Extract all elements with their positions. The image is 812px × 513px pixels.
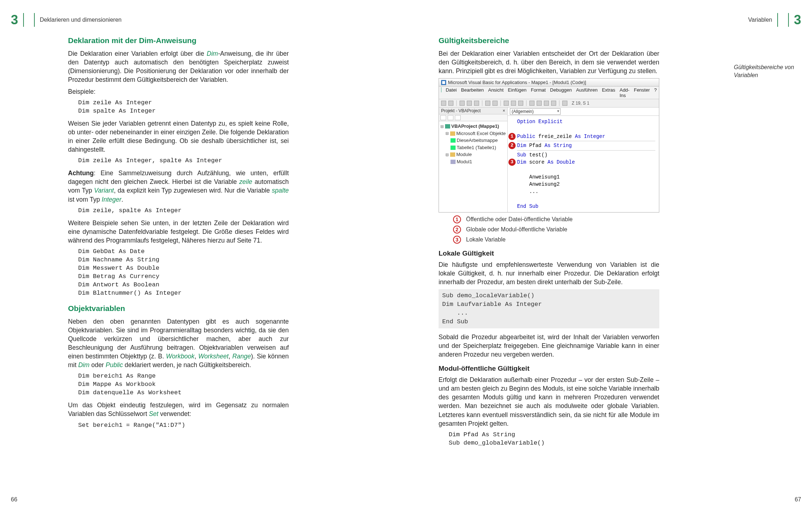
folder-icon [450,152,455,157]
toolbar-icon[interactable] [551,101,556,106]
para: Um das Objekt eindeutig festzulegen, wir… [68,401,289,418]
ide-titlebar: Microsoft Visual Basic for Applications … [439,79,659,87]
stop-icon[interactable] [518,101,523,106]
code-block: Dim zeile As Integer Dim spalte As Integ… [78,99,289,115]
header-rule [23,13,24,27]
page-number: 66 [11,496,17,503]
toolbar-separator [482,100,482,106]
legend-item: 1Öffentliche oder Datei-öffentliche Vari… [453,215,659,223]
heading-objektvariablen: Objektvariablen [68,304,289,313]
toolbar-icon[interactable] [537,101,542,106]
app-icon [441,80,446,85]
toolbar-icon[interactable] [485,101,490,106]
para: Die Deklaration einer Variablen erfolgt … [68,49,289,84]
code-block: Dim GebDat As Date Dim Nachname As Strin… [78,248,289,298]
page-number: 67 [795,496,801,503]
tree-folder[interactable]: ⊟Microsoft Excel Objekte [440,130,506,137]
svg-rect-2 [441,87,441,92]
code-object-selector[interactable]: (Allgemein) [508,108,659,116]
toggle-folders-icon[interactable] [455,115,461,120]
menu-item[interactable]: Add-Ins [619,87,629,98]
close-icon[interactable]: × [503,108,505,113]
worksheet-icon [451,146,456,150]
svg-rect-1 [442,81,445,84]
menu-item[interactable]: Datei [446,87,457,98]
project-tree[interactable]: ⊟VBAProject (Mappe1) ⊟Microsoft Excel Ob… [439,121,507,167]
object-combo[interactable]: (Allgemein) [510,108,561,115]
svg-rect-8 [451,160,456,164]
toolbar-separator [500,100,501,106]
tree-item[interactable]: DieseArbeitsmappe [440,137,506,144]
menu-item[interactable]: Debuggen [550,87,572,98]
code-block: Dim Pfad As String Sub demo_globaleVaria… [449,431,659,447]
heading-dim: Deklaration mit der Dim-Anweisung [68,36,289,45]
legend-item: 2Globale oder Modul-öffentliche Variable [453,226,659,234]
para: Erfolgt die Deklaration außerhalb einer … [439,375,659,428]
control-icon[interactable] [441,87,441,92]
pause-icon[interactable] [511,101,516,106]
tree-folder[interactable]: ⊟Module [440,151,506,158]
code-block: Dim zeile, spalte As Integer [78,207,289,215]
left-content: Deklaration mit der Dim-Anweisung Die De… [68,36,289,430]
keyword-dim: Dim [207,50,218,57]
toolbar-separator [526,100,526,106]
folder-icon [450,131,455,136]
toolbar-icon[interactable] [441,101,446,106]
svg-rect-3 [445,124,450,129]
menu-item[interactable]: Fenster [634,87,650,98]
callout-1: 1 [508,133,516,140]
svg-rect-4 [450,131,455,136]
chapter-number: 3 [11,12,18,28]
ide-menubar[interactable]: Datei Bearbeiten Ansicht Einfügen Format… [439,87,659,99]
label-beispiele: Beispiele: [68,87,289,96]
header-rule [788,13,789,27]
menu-item[interactable]: Format [531,87,546,98]
book-spread: 3 Deklarieren und dimensionieren Deklara… [0,0,812,513]
toolbar-separator [559,100,559,106]
section-title: Variablen [748,17,772,23]
para: Weitere Beispiele sehen Sie unten, in de… [68,219,289,245]
toolbar-icon[interactable] [562,101,567,106]
view-code-icon[interactable] [440,115,446,120]
run-icon[interactable] [504,101,509,106]
cursor-position: Z 19, S 1 [572,101,589,106]
module-icon [451,160,456,164]
project-explorer[interactable]: Projekt - VBAProject × ⊟VBAProject (Mapp… [439,108,508,212]
toolbar-icon[interactable] [448,101,453,106]
project-toolbar[interactable] [439,114,507,121]
para: Die häufigste und empfehlenswerteste Ver… [439,260,659,286]
toolbar-icon[interactable] [467,101,472,106]
ide-toolbar[interactable]: Z 19, S 1 [439,99,659,108]
code-block: Dim bereich1 As Range Dim Mappe As Workb… [78,372,289,397]
code-block: Dim zeile As Integer, spalte As Integer [78,157,289,165]
tree-root[interactable]: ⊟VBAProject (Mappe1) [440,123,506,130]
menu-item[interactable]: Bearbeiten [461,87,484,98]
view-object-icon[interactable] [448,115,453,120]
menu-item[interactable]: ? [654,87,657,98]
para: Achtung: Eine Sammelzuweisung durch Aufz… [68,169,289,204]
running-head-right: Variablen 3 [439,12,801,28]
callout-3: 3 [508,159,516,166]
para: Weisen Sie jeder Variablen getrennt eine… [68,119,289,154]
header-rule [34,13,35,27]
toolbar-icon[interactable] [474,101,479,106]
menu-item[interactable]: Ansicht [488,87,504,98]
vba-code-editor[interactable]: Option Explicit 1Public freie_zeile As I… [508,116,659,212]
page-right: Variablen 3 Gültigkeitsbereiche von Vari… [406,0,812,513]
header-rule [777,13,778,27]
code-pane[interactable]: (Allgemein) Option Explicit 1Public frei… [508,108,659,212]
toolbar-icon[interactable] [544,101,549,106]
menu-item[interactable]: Einfügen [508,87,526,98]
para: Neben den oben genannten Datentypen gibt… [68,317,289,370]
menu-item[interactable]: Ausführen [576,87,597,98]
code-block: Set bereich1 = Range("A1:D7") [78,421,289,430]
toolbar-icon[interactable] [492,101,498,106]
page-left: 3 Deklarieren und dimensionieren Deklara… [0,0,406,513]
toolbar-icon[interactable] [529,101,534,106]
heading-modul: Modul-öffentliche Gültigkeit [439,365,659,373]
chapter-number: 3 [794,12,801,28]
tree-item[interactable]: Tabelle1 (Tabelle1) [440,144,506,151]
menu-item[interactable]: Extras [602,87,615,98]
toolbar-icon[interactable] [460,101,465,106]
tree-item[interactable]: Modul1 [440,158,506,165]
